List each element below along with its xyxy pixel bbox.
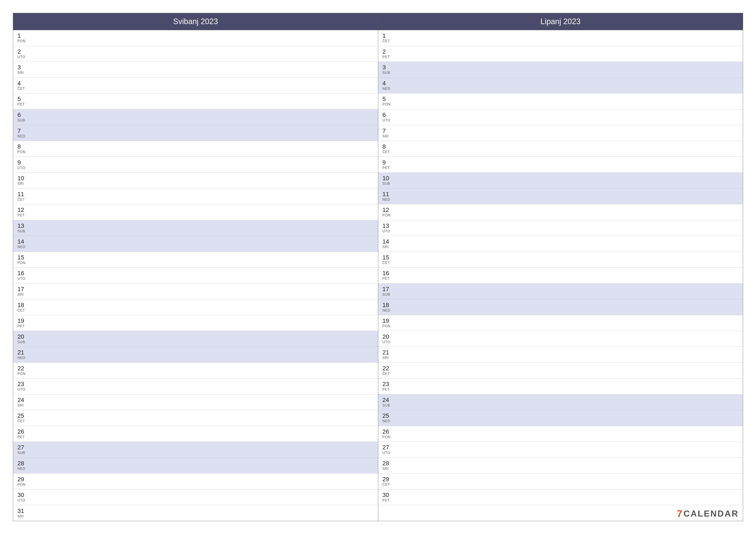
day-number-cell: 21NED — [13, 349, 33, 360]
day-name: SRI — [17, 514, 24, 518]
day-number: 23 — [17, 381, 24, 387]
day-row: 26PET — [13, 426, 378, 442]
day-number-cell: 23PET — [378, 381, 398, 392]
day-number: 20 — [17, 334, 24, 340]
day-row: 29ČET — [378, 473, 743, 490]
day-number-cell: 14SRI — [378, 239, 398, 249]
day-number: 22 — [383, 366, 389, 371]
day-row: 30UTO — [13, 490, 378, 505]
day-row: 17SUB — [378, 284, 743, 299]
day-number-cell: 28NED — [13, 460, 33, 471]
day-name: SRI — [383, 356, 389, 360]
day-row: 16UTO — [13, 267, 378, 284]
day-name: SRI — [17, 403, 24, 407]
day-number-cell: 25ČET — [13, 413, 33, 423]
month-header-svibanj: Svibanj 2023 — [13, 13, 378, 30]
day-row: 18NED — [378, 299, 743, 315]
day-name: PON — [383, 435, 391, 439]
day-number-cell: 15PON — [13, 255, 33, 265]
day-number: 24 — [383, 397, 389, 403]
day-name: NED — [383, 87, 391, 91]
day-row: 29PON — [13, 473, 378, 490]
day-number-cell: 28SRI — [378, 460, 398, 471]
day-number: 12 — [383, 207, 389, 213]
day-number: 17 — [383, 286, 389, 292]
day-number-cell: 7NED — [13, 128, 33, 138]
day-name: ČET — [383, 372, 390, 376]
day-number-cell: 4NED — [378, 80, 398, 91]
day-number: 22 — [17, 366, 24, 371]
day-row: 8ČET — [378, 141, 743, 157]
day-name: SRI — [383, 245, 389, 249]
day-row: 3SUB — [378, 62, 743, 78]
day-number-cell: 24SUB — [378, 397, 398, 407]
day-number: 21 — [383, 349, 389, 355]
day-number-cell: 21SRI — [378, 349, 398, 360]
day-number-cell: 27SUB — [13, 445, 33, 455]
day-name: PON — [17, 483, 26, 487]
day-name: SUB — [17, 451, 25, 455]
day-row: 8PON — [13, 141, 378, 157]
day-number-cell: 1ČET — [378, 33, 398, 43]
day-number-cell: 10SRI — [13, 175, 33, 186]
day-name: UTO — [383, 118, 390, 122]
day-number-cell: 8ČET — [378, 144, 398, 154]
day-number: 27 — [17, 445, 24, 450]
day-number-cell: 7SRI — [378, 128, 398, 138]
day-row: 21SRI — [378, 347, 743, 363]
day-name: SUB — [17, 118, 25, 122]
day-number-cell: 29ČET — [378, 476, 398, 487]
day-row: 7NED — [13, 125, 378, 141]
day-number-cell: 27UTO — [378, 445, 398, 455]
day-row: 12PET — [13, 204, 378, 220]
day-number: 13 — [383, 223, 389, 229]
day-number-cell: 6SUB — [13, 112, 33, 122]
day-number-cell: 9PET — [378, 160, 398, 170]
day-number: 14 — [17, 239, 24, 244]
day-name: PON — [383, 324, 391, 328]
day-number: 4 — [383, 80, 386, 86]
page: Svibanj 20231PON2UTO3SRI4ČET5PET6SUB7NED… — [0, 0, 756, 534]
day-number: 31 — [17, 508, 24, 514]
day-number-cell: 19PON — [378, 318, 398, 328]
day-number-cell: 18NED — [378, 302, 398, 313]
day-name: SRI — [17, 292, 24, 296]
day-name: PON — [17, 372, 26, 376]
day-row: 11NED — [378, 189, 743, 204]
day-row: 30PET — [378, 490, 743, 505]
day-number: 11 — [383, 191, 389, 197]
day-row: 6UTO — [378, 109, 743, 125]
day-number: 17 — [17, 286, 24, 292]
day-row: 22PON — [13, 363, 378, 378]
day-name: UTO — [17, 166, 25, 170]
day-number: 5 — [383, 96, 386, 102]
day-number: 13 — [17, 223, 24, 229]
day-name: PON — [383, 214, 391, 217]
day-number: 7 — [17, 128, 21, 134]
day-row: 2PET — [378, 46, 743, 62]
day-name: ČET — [17, 87, 25, 91]
day-number-cell: 2PET — [378, 49, 398, 59]
day-name: ČET — [17, 419, 25, 423]
day-number-cell: 29PON — [13, 476, 33, 487]
day-name: PON — [17, 150, 26, 154]
day-number: 30 — [17, 492, 24, 498]
day-row: 24SUB — [378, 394, 743, 410]
day-number-cell: 30PET — [378, 492, 398, 502]
day-row: 17SRI — [13, 284, 378, 299]
day-number-cell: 17SRI — [13, 286, 33, 296]
day-name: PET — [17, 214, 25, 217]
day-number-cell: 12PET — [13, 207, 33, 217]
day-row: 19PON — [378, 315, 743, 331]
day-number: 29 — [383, 476, 389, 482]
day-row: 13UTO — [378, 220, 743, 236]
day-name: SUB — [383, 292, 390, 296]
day-row: 25ČET — [13, 410, 378, 426]
day-row: 27UTO — [378, 442, 743, 458]
day-name: PON — [17, 39, 26, 43]
day-row: 21NED — [13, 347, 378, 363]
months-row: Svibanj 20231PON2UTO3SRI4ČET5PET6SUB7NED… — [13, 13, 743, 521]
day-number-cell: 24SRI — [13, 397, 33, 407]
branding-text: CALENDAR — [684, 509, 739, 519]
day-number: 11 — [17, 191, 24, 197]
